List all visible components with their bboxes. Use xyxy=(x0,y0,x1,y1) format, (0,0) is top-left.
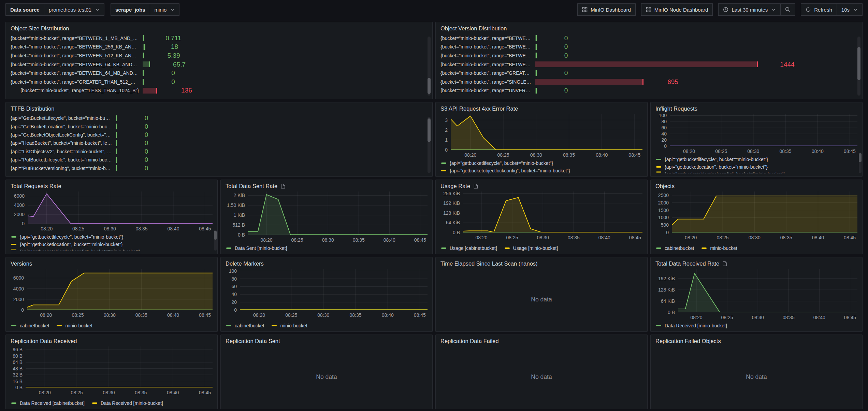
panel-title[interactable]: Usage Rate xyxy=(440,183,642,189)
panel-title[interactable]: Time Elapsed Since Last Scan (nanos) xyxy=(440,260,642,267)
panel-title[interactable]: Replication Failed Objects xyxy=(655,338,857,344)
panel-title[interactable]: Total Data Received Rate xyxy=(655,260,857,267)
link-minio-dashboard[interactable]: MinIO Dashboard xyxy=(577,3,636,16)
chart-plot-area[interactable] xyxy=(28,192,213,224)
legend-item[interactable]: minio-bucket xyxy=(272,323,307,328)
gauge-row: {api="PutBucketLifecycle", bucket="minio… xyxy=(11,156,423,164)
panel-title[interactable]: Replication Data Sent xyxy=(226,338,428,344)
legend-scrollbar[interactable] xyxy=(214,230,217,251)
scrollbar-thumb[interactable] xyxy=(857,47,860,80)
chart-plot-area[interactable] xyxy=(27,269,213,310)
legend-series-color xyxy=(441,170,446,171)
gauge-bar-zone: 0 xyxy=(143,78,423,86)
zoom-out-button[interactable] xyxy=(781,3,795,16)
panel-links-icon[interactable] xyxy=(722,261,727,266)
scrape-jobs-value: minio xyxy=(155,7,167,13)
legend-item[interactable]: minio-bucket xyxy=(57,323,92,328)
panel-title[interactable]: Replication Data Failed xyxy=(440,338,642,344)
panel-title[interactable]: Object Size Distribution xyxy=(11,25,428,32)
legend-label: {api="getbucketlocation", bucket="minio-… xyxy=(665,164,768,170)
chart-plot-area[interactable] xyxy=(248,192,428,235)
chart-plot-area[interactable] xyxy=(672,192,857,232)
gauge-bar-zone: 0 xyxy=(535,69,853,77)
legend-label: Data Received [minio-bucket] xyxy=(665,323,727,328)
scrollbar-thumb[interactable] xyxy=(859,153,862,162)
x-axis-labels: 08:2008:2508:3008:3508:4008:45 xyxy=(26,387,213,396)
legend-item[interactable]: cabinetbucket xyxy=(656,245,694,251)
panel-title[interactable]: Total Requests Rate xyxy=(11,183,213,189)
panel-links-icon[interactable] xyxy=(473,184,478,189)
legend-item[interactable]: Data Received [minio-bucket] xyxy=(656,323,857,328)
panel-scrollbar[interactable] xyxy=(857,37,860,96)
legend-item[interactable]: {api="getbucketlocation", bucket="minio-… xyxy=(11,242,213,247)
panel-title[interactable]: S3 API Request 4xx Error Rate xyxy=(440,105,642,112)
scrape-jobs-select[interactable]: minio xyxy=(150,3,180,16)
legend-item[interactable]: {api="getbucketobjectlockconfig", bucket… xyxy=(441,168,642,173)
legend-item[interactable]: cabinetbucket xyxy=(11,323,49,328)
gauge-bar-zone: 0 xyxy=(116,148,423,155)
link-label: MinIO Dashboard xyxy=(591,7,631,13)
legend-item[interactable]: Usage [cabinetbucket] xyxy=(441,245,497,251)
legend-item[interactable]: {api="getbucketlifecycle", bucket="minio… xyxy=(11,234,213,240)
legend-label: cabinetbucket xyxy=(665,245,694,251)
panel-title[interactable]: Replication Data Received xyxy=(11,338,213,344)
panel-title[interactable]: Total Data Sent Rate xyxy=(226,183,428,189)
panel-scrollbar[interactable] xyxy=(428,117,431,173)
legend-item[interactable]: minio-bucket xyxy=(701,245,737,251)
legend-item[interactable]: {api="getbucketlifecycle", bucket="minio… xyxy=(441,160,642,166)
legend-item[interactable]: Data Sent [minio-bucket] xyxy=(226,245,428,251)
chart-plot-area[interactable] xyxy=(678,269,857,312)
scrollbar-thumb[interactable] xyxy=(214,231,217,240)
scrollbar-thumb[interactable] xyxy=(428,78,431,94)
legend-item[interactable]: {api="getbucketlocation", bucket="minio-… xyxy=(656,164,857,170)
refresh-button[interactable]: Refresh xyxy=(801,3,837,16)
chart-plot-area[interactable] xyxy=(240,269,428,310)
datasource-select[interactable]: prometheus-test01 xyxy=(44,3,104,16)
refresh-picker: Refresh 10s xyxy=(801,3,863,16)
legend-item[interactable]: Data Received [cabinetbucket] xyxy=(11,400,85,406)
panel-title[interactable]: Object Version Distribution xyxy=(440,25,857,32)
panel-scrollbar[interactable] xyxy=(428,37,431,96)
gauge-row: {bucket="minio-bucket", range="BETWEEN_5… xyxy=(11,51,423,60)
panel-title[interactable]: Objects xyxy=(655,183,857,189)
link-minio-node-dashboard[interactable]: MinIO Node Dashboard xyxy=(641,3,713,16)
gauge-bar xyxy=(143,53,144,58)
time-range-button[interactable]: Last 30 minutes xyxy=(718,3,781,16)
gauge-row-label: {bucket="minio-bucket", range="UNVERSION… xyxy=(440,88,535,93)
x-axis-labels: 08:2008:2508:3008:3508:4008:45 xyxy=(672,232,857,241)
panel-title[interactable]: Versions xyxy=(11,260,213,267)
panel-title[interactable]: Inflight Requests xyxy=(655,105,857,112)
panel-title-text: Total Data Received Rate xyxy=(655,260,719,267)
no-data-message: No data xyxy=(651,345,862,409)
y-axis-labels: 0 B64 KiB128 KiB192 KiB xyxy=(655,269,678,312)
legend-label: Data Received [cabinetbucket] xyxy=(20,400,85,406)
refresh-interval-button[interactable]: 10s xyxy=(837,3,863,16)
chart-plot-area[interactable] xyxy=(463,192,642,232)
gauge-row-label: {api="HeadBucket", bucket="minio-bucket"… xyxy=(11,140,116,146)
chart-legend: Usage [cabinetbucket] Usage [minio-bucke… xyxy=(440,243,642,251)
gauge-row: {api="GetBucketObjectLockConfig", bucket… xyxy=(11,131,423,139)
legend-item[interactable]: cabinetbucket xyxy=(226,323,264,328)
gauge-value: 0 xyxy=(133,156,159,164)
chart-plot-area[interactable] xyxy=(26,346,213,387)
gauge-bar xyxy=(143,88,157,94)
legend-item[interactable]: Data Received [minio-bucket] xyxy=(92,400,163,406)
legend-label: minio-bucket xyxy=(65,323,92,328)
gauge-bar xyxy=(116,124,117,129)
chart-plot-area[interactable] xyxy=(670,114,857,146)
chart-plot-area[interactable] xyxy=(451,114,642,150)
panel-title[interactable]: Delete Markers xyxy=(226,260,428,267)
gauge-bar xyxy=(535,35,537,41)
legend-item[interactable]: {api="getbucketlifecycle", bucket="minio… xyxy=(656,157,857,162)
gauge-bar-zone: 0 xyxy=(116,139,423,147)
panel-links-icon[interactable] xyxy=(280,184,286,189)
gauge-row: {bucket="minio-bucket", range="BETWEEN_1… xyxy=(11,34,423,43)
legend-series-color xyxy=(11,236,16,238)
gauge-value: 0 xyxy=(133,123,159,130)
legend-item[interactable]: Usage [minio-bucket] xyxy=(505,245,558,251)
gauge-bar xyxy=(143,61,150,67)
x-axis-labels: 08:2008:2508:3008:3508:4008:45 xyxy=(27,310,213,318)
legend-scrollbar[interactable] xyxy=(859,153,862,173)
scrollbar-thumb[interactable] xyxy=(428,118,431,142)
panel-title[interactable]: TTFB Distribution xyxy=(11,105,428,112)
